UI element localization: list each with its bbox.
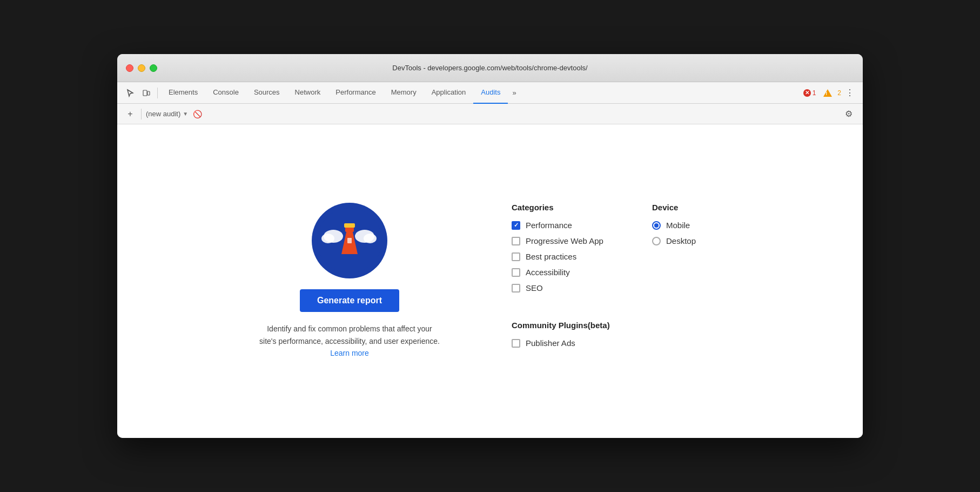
checkbox-publisher-ads-input[interactable] bbox=[512, 339, 520, 348]
block-icon[interactable]: 🚫 bbox=[192, 109, 202, 119]
checkbox-pwa[interactable]: Progressive Web App bbox=[512, 236, 620, 245]
checkbox-performance[interactable]: Performance bbox=[512, 221, 620, 230]
devtools-window: DevTools - developers.google.com/web/too… bbox=[117, 54, 863, 438]
toolbar-divider-1 bbox=[157, 88, 158, 98]
tab-sources[interactable]: Sources bbox=[246, 82, 287, 104]
error-badge[interactable]: ✕ 1 bbox=[803, 89, 816, 97]
new-audit-add-button[interactable]: + bbox=[124, 108, 137, 121]
radio-mobile[interactable]: Mobile bbox=[652, 221, 728, 230]
device-title: Device bbox=[652, 203, 728, 212]
chevron-down-icon: ▼ bbox=[183, 111, 188, 117]
audit-toolbar-divider bbox=[141, 109, 142, 119]
learn-more-link[interactable]: Learn more bbox=[330, 349, 369, 357]
tab-elements[interactable]: Elements bbox=[161, 82, 205, 104]
left-panel: Generate report Identify and fix common … bbox=[252, 203, 447, 359]
checkbox-accessibility-input[interactable] bbox=[512, 268, 520, 277]
checkbox-performance-input[interactable] bbox=[512, 221, 520, 230]
warning-icon bbox=[823, 89, 832, 97]
svg-rect-0 bbox=[143, 90, 147, 96]
tab-more-button[interactable]: » bbox=[508, 82, 520, 104]
cursor-tool-icon[interactable] bbox=[123, 85, 138, 101]
window-title: DevTools - developers.google.com/web/too… bbox=[392, 64, 587, 72]
svg-point-10 bbox=[364, 234, 377, 243]
description-text: Identify and fix common problems that af… bbox=[258, 323, 441, 359]
radio-desktop[interactable]: Desktop bbox=[652, 236, 728, 245]
checkbox-best-practices[interactable]: Best practices bbox=[512, 252, 620, 261]
warning-badge[interactable]: 2 bbox=[837, 89, 841, 97]
svg-point-8 bbox=[321, 234, 334, 243]
radio-mobile-input[interactable] bbox=[652, 221, 661, 230]
radio-mobile-label: Mobile bbox=[666, 221, 690, 230]
section-spacer bbox=[512, 299, 620, 310]
error-badge-group: ✕ 1 2 bbox=[803, 89, 841, 97]
traffic-lights bbox=[126, 64, 157, 72]
checkbox-publisher-ads-label: Publisher Ads bbox=[526, 338, 575, 348]
categories-section: Categories Performance Progressive Web A… bbox=[512, 203, 620, 354]
main-toolbar: Elements Console Sources Network Perform… bbox=[117, 82, 863, 104]
svg-rect-5 bbox=[344, 223, 355, 228]
checkbox-seo-label: SEO bbox=[526, 283, 543, 292]
checkbox-accessibility[interactable]: Accessibility bbox=[512, 268, 620, 277]
tab-list: Elements Console Sources Network Perform… bbox=[161, 82, 802, 104]
main-content: Generate report Identify and fix common … bbox=[117, 124, 863, 438]
generate-report-button[interactable]: Generate report bbox=[300, 289, 399, 312]
audit-select-dropdown[interactable]: (new audit) ▼ bbox=[146, 110, 188, 118]
tab-network[interactable]: Network bbox=[287, 82, 328, 104]
community-plugins-title: Community Plugins(beta) bbox=[512, 321, 620, 330]
checkbox-accessibility-label: Accessibility bbox=[526, 268, 570, 277]
device-section: Device Mobile Desktop bbox=[652, 203, 728, 354]
checkbox-seo[interactable]: SEO bbox=[512, 283, 620, 292]
audit-toolbar: + (new audit) ▼ 🚫 ⚙ bbox=[117, 104, 863, 124]
tab-performance[interactable]: Performance bbox=[328, 82, 383, 104]
device-mode-icon[interactable] bbox=[139, 85, 154, 101]
tab-audits[interactable]: Audits bbox=[473, 82, 508, 104]
right-panel: Categories Performance Progressive Web A… bbox=[512, 203, 728, 354]
more-menu-icon[interactable]: ⋮ bbox=[842, 85, 857, 101]
maximize-button[interactable] bbox=[150, 64, 157, 72]
settings-icon[interactable]: ⚙ bbox=[841, 107, 856, 122]
content-inner: Generate report Identify and fix common … bbox=[252, 203, 728, 359]
section-spacer-2 bbox=[512, 310, 620, 321]
svg-rect-1 bbox=[147, 91, 150, 95]
checkbox-pwa-input[interactable] bbox=[512, 237, 520, 245]
tab-console[interactable]: Console bbox=[205, 82, 246, 104]
close-button[interactable] bbox=[126, 64, 133, 72]
categories-title: Categories bbox=[512, 203, 620, 212]
checkbox-publisher-ads[interactable]: Publisher Ads bbox=[512, 338, 620, 348]
lighthouse-logo bbox=[312, 203, 387, 278]
checkbox-seo-input[interactable] bbox=[512, 284, 520, 292]
checkbox-best-practices-input[interactable] bbox=[512, 252, 520, 261]
radio-desktop-input[interactable] bbox=[652, 237, 661, 245]
minimize-button[interactable] bbox=[138, 64, 145, 72]
title-bar: DevTools - developers.google.com/web/too… bbox=[117, 54, 863, 82]
checkbox-pwa-label: Progressive Web App bbox=[526, 236, 603, 245]
tab-memory[interactable]: Memory bbox=[384, 82, 424, 104]
radio-desktop-label: Desktop bbox=[666, 236, 696, 245]
error-icon: ✕ bbox=[803, 89, 811, 97]
tab-application[interactable]: Application bbox=[424, 82, 474, 104]
checkbox-performance-label: Performance bbox=[526, 221, 572, 230]
svg-rect-6 bbox=[347, 238, 352, 243]
checkbox-best-practices-label: Best practices bbox=[526, 252, 576, 261]
